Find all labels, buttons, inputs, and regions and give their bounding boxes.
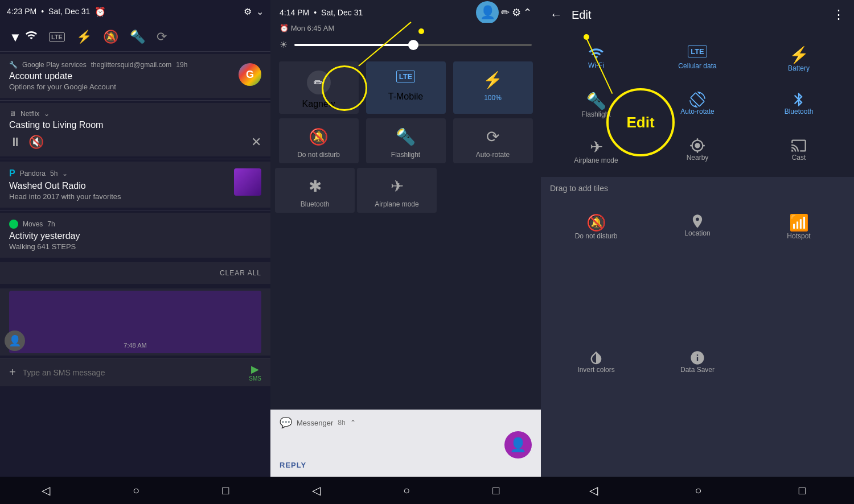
dnd-icon-1[interactable]: 🔕 — [103, 30, 118, 44]
qs-collapse-icon[interactable]: ⌃ — [523, 6, 532, 19]
qs-tile-tmobile[interactable]: LTE T-Mobile — [366, 61, 446, 114]
user-avatar-qs[interactable]: 👤 — [476, 1, 499, 24]
sms-send-btn[interactable]: ▶ SMS — [249, 363, 261, 382]
bluetooth-icon-tile: ✱ — [309, 177, 322, 196]
netflix-mute-btn[interactable]: 🔇 — [28, 135, 44, 150]
messenger-reply-btn[interactable]: REPLY — [280, 458, 306, 469]
edit-tile-battery[interactable]: ⚡ Battery — [750, 36, 847, 78]
messenger-time: 8h — [338, 419, 345, 427]
netflix-pause-btn[interactable]: ⏸ — [9, 135, 22, 150]
flashlight-icon-edit: 🔦 — [586, 92, 606, 110]
edit-tile-nearby[interactable]: Nearby — [649, 129, 746, 170]
google-notification[interactable]: 🔧 Google Play services theglittersquid@g… — [0, 54, 270, 98]
qs-tile-bluetooth[interactable]: ✱ Bluetooth — [275, 168, 355, 213]
netflix-notification[interactable]: 🖥 Netflix ⌄ Casting to Living Room ⏸ 🔇 ✕ — [0, 103, 270, 156]
qs-tile-dnd-label: Do not disturb — [297, 151, 340, 159]
edit-tile-flashlight[interactable]: 🔦 Flashlight — [548, 82, 644, 124]
nav-bar-3: ◁ ○ □ — [541, 477, 854, 504]
autorotate-icon-tile: ⟳ — [486, 127, 499, 146]
moves-notification[interactable]: Moves 7h Activity yesterday Walking 641 … — [0, 213, 270, 258]
nav-bar-2: ◁ ○ □ — [270, 477, 541, 504]
edit-tile-cast[interactable]: Cast — [750, 129, 847, 170]
drag-tile-datasaver[interactable]: Data Saver — [649, 341, 746, 470]
flashlight-icon-1[interactable]: 🔦 — [130, 30, 145, 44]
rotate-icon-1[interactable]: ⟳ — [157, 30, 167, 44]
qs-tile-autorotate-label: Auto-rotate — [476, 151, 510, 159]
autorotate-icon-edit — [689, 92, 705, 108]
netflix-app-name: Netflix — [20, 110, 39, 118]
drag-tile-location[interactable]: Location — [649, 204, 746, 336]
pandora-notif-header: P Pandora 5h ⌄ — [9, 168, 234, 179]
battery-icon-tile: ⚡ — [483, 71, 503, 89]
recents-btn-1[interactable]: □ — [222, 484, 229, 497]
edit-tile-airplane[interactable]: ✈ Airplane mode — [548, 129, 644, 170]
home-btn-1[interactable]: ○ — [133, 484, 139, 497]
pandora-notification[interactable]: P Pandora 5h ⌄ Washed Out Radio Head int… — [0, 162, 270, 208]
messenger-app-name: Messenger — [297, 419, 333, 427]
edit-tile-nearby-label: Nearby — [687, 154, 709, 162]
moves-logo — [9, 220, 18, 229]
back-btn-1[interactable]: ◁ — [42, 484, 50, 497]
netflix-close-btn[interactable]: ✕ — [251, 135, 261, 150]
settings-icon-1[interactable]: ⚙ — [244, 6, 252, 17]
brightness-low-icon: ☀ — [280, 39, 288, 50]
sms-input[interactable] — [23, 368, 243, 377]
messenger-user-avatar: 👤 — [504, 431, 532, 458]
qs-status-left: 4:14 PM • Sat, Dec 31 — [280, 8, 363, 17]
home-btn-3[interactable]: ○ — [695, 484, 701, 497]
back-btn-2[interactable]: ◁ — [312, 484, 321, 497]
nearby-icon-edit — [689, 138, 705, 154]
qs-tile-edit[interactable]: ✏ Kagnew — [279, 61, 359, 114]
edit-tile-wifi-label: Wi-Fi — [588, 61, 604, 69]
pandora-album-art — [234, 168, 261, 196]
status-day-1: Sat, Dec 31 — [48, 7, 90, 16]
clear-all-bar: CLEAR ALL — [0, 262, 270, 284]
recents-btn-2[interactable]: □ — [492, 484, 499, 497]
lte-icon-edit: LTE — [688, 46, 707, 57]
datasaver-icon-drag — [689, 350, 705, 366]
alarm-icon: ⏰ — [280, 24, 289, 32]
drag-tile-hotspot[interactable]: 📶 Hotspot — [750, 204, 847, 336]
wrench-icon: 🔧 — [9, 61, 18, 69]
drag-tile-dnd-label: Do not disturb — [575, 232, 618, 240]
edit-more-btn[interactable]: ⋮ — [832, 7, 845, 22]
edit-tile-cellular[interactable]: LTE Cellular data — [649, 36, 746, 78]
back-btn-3[interactable]: ◁ — [589, 484, 598, 497]
qs-tile-autorotate[interactable]: ⟳ Auto-rotate — [453, 118, 533, 163]
home-btn-2[interactable]: ○ — [403, 484, 410, 497]
qs-status-bar: 4:14 PM • Sat, Dec 31 👤 ✏ ⚙ ⌃ — [270, 0, 541, 23]
sms-add-icon[interactable]: + — [9, 366, 16, 379]
quick-toggles-1: ▼ LTE ⚡ 🔕 🔦 ⟳ — [0, 23, 270, 51]
sms-avatar: 👤 — [5, 331, 25, 351]
qs-settings-icon[interactable]: ⚙ — [512, 6, 521, 19]
qs-tile-flashlight[interactable]: 🔦 Flashlight — [366, 118, 446, 163]
edit-tile-wifi[interactable]: Wi-Fi — [548, 36, 644, 78]
edit-tile-bluetooth[interactable]: Bluetooth — [750, 82, 847, 124]
qs-tile-dnd[interactable]: 🔕 Do not disturb — [279, 118, 359, 163]
wifi-toggle-1[interactable]: ▼ — [9, 29, 38, 45]
sms-preview: 7:48 AM — [9, 291, 261, 353]
expand-icon-1[interactable]: ⌄ — [256, 6, 264, 17]
pandora-notif-subtitle: Head into 2017 with your favorites — [9, 192, 234, 201]
qs-tile-row-1: ✏ Kagnew LTE T-Mobile ⚡ 100% — [275, 61, 536, 114]
recents-btn-3[interactable]: □ — [799, 484, 806, 497]
qs-tile-battery[interactable]: ⚡ 100% — [453, 61, 533, 114]
status-separator-1: • — [41, 7, 44, 16]
qs-separator: • — [314, 8, 317, 17]
brightness-slider[interactable] — [294, 44, 532, 46]
google-logo: G — [239, 63, 261, 86]
drag-tile-invert[interactable]: Invert colors — [548, 341, 644, 470]
drag-tile-dnd[interactable]: 🔕 Do not disturb — [548, 204, 644, 336]
status-alarm-icon-1: ⏰ — [95, 6, 106, 17]
edit-back-btn[interactable]: ← — [550, 7, 563, 22]
hotspot-icon-drag: 📶 — [789, 213, 809, 232]
clear-all-btn[interactable]: CLEAR ALL — [220, 269, 261, 277]
qs-tile-airplane[interactable]: ✈ Airplane mode — [357, 168, 437, 213]
edit-pencil-icon[interactable]: ✏ — [501, 6, 510, 19]
messenger-expand-icon: ⌃ — [350, 419, 356, 427]
divider-1 — [0, 51, 270, 52]
edit-tile-autorotate[interactable]: Auto-rotate — [649, 82, 746, 124]
divider-3 — [0, 159, 270, 159]
divider-2 — [0, 100, 270, 101]
messenger-notification[interactable]: 💬 Messenger 8h ⌃ 👤 REPLY — [270, 410, 541, 477]
